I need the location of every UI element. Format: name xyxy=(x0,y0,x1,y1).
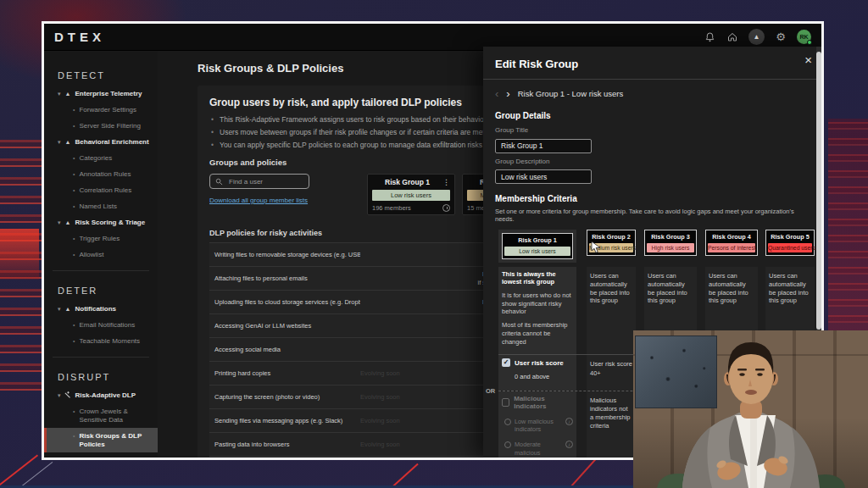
group-2-description: Users can automatically be placed into t… xyxy=(587,267,636,354)
bullet-icon: • xyxy=(73,202,75,210)
bullet-icon: • xyxy=(73,337,75,345)
risk-badge: Low risk users xyxy=(504,247,570,256)
membership-criteria-heading: Membership Criteria xyxy=(483,184,822,205)
group-1-description: This is always the lowest risk group It … xyxy=(498,267,576,354)
risk-group-1-card[interactable]: Risk Group 1 ⋮ Low risk users 196 member… xyxy=(367,174,455,215)
risk-badge: Quarantined users xyxy=(768,243,812,252)
sidebar: DETECT ▾ ▲ Enterprise Telemetry • Forwar… xyxy=(44,52,158,458)
caret-down-icon: ▾ xyxy=(58,219,61,226)
modal-scrollbar-thumb[interactable] xyxy=(816,52,821,330)
activity-label: Sending files via messaging apps (e.g. S… xyxy=(209,417,360,424)
group-details-heading: Group Details xyxy=(483,101,822,122)
presenter-person xyxy=(633,330,868,488)
search-input[interactable] xyxy=(227,177,295,186)
history-icon[interactable] xyxy=(442,204,450,212)
sidebar-item-forwarder-settings[interactable]: • Forwarder Settings xyxy=(44,102,158,118)
activity-note: Evolving soon xyxy=(360,441,452,448)
low-malicious-option[interactable]: Low malicious indicators i xyxy=(504,418,573,433)
sidebar-item-behavioral-enrichment[interactable]: ▾ ▲ Behavioral Enrichment xyxy=(44,134,158,150)
risk-badge: Persons of interest xyxy=(708,243,755,252)
telemetry-icon: ▲ xyxy=(64,91,72,97)
caret-down-icon: ▾ xyxy=(58,306,61,313)
sidebar-item-notifications[interactable]: ▾ ▲ Notifications xyxy=(44,301,158,317)
sidebar-item-risk-scoring-triage[interactable]: ▾ ▲ Risk Scoring & Triage xyxy=(44,214,158,230)
activity-note: Evolving soon xyxy=(360,369,452,377)
close-icon[interactable]: × xyxy=(804,53,812,66)
alerts-icon[interactable]: ▲ xyxy=(748,29,765,45)
sidebar-divider xyxy=(53,270,149,271)
moderate-malicious-option[interactable]: Moderate malicious indicators i xyxy=(504,441,573,460)
group-description-label: Group Description xyxy=(495,158,810,165)
bullet-icon: • xyxy=(73,251,75,258)
chevron-right-icon[interactable]: › xyxy=(506,88,509,99)
bullet-icon: • xyxy=(73,170,75,178)
bell-icon[interactable] xyxy=(703,30,716,44)
avatar-initials: RK xyxy=(799,34,808,40)
download-member-lists-link[interactable]: Download all group member lists xyxy=(209,197,308,204)
enrichment-icon: ▲ xyxy=(64,139,72,145)
group-description-input[interactable] xyxy=(495,169,592,184)
activity-label: Printing hard copies xyxy=(209,369,360,377)
bullet-icon: • xyxy=(73,321,75,329)
sidebar-item-enterprise-telemetry[interactable]: ▾ ▲ Enterprise Telemetry xyxy=(44,86,158,102)
group-2-malicious-note: Malicious indicators not a membership cr… xyxy=(587,391,636,460)
home-icon[interactable] xyxy=(726,30,739,44)
sidebar-item-teachable-moments[interactable]: • Teachable Moments xyxy=(44,333,158,349)
glitch-art-left-bright xyxy=(0,229,39,280)
risk-badge: Low risk users xyxy=(372,190,450,201)
sidebar-section-detect: DETECT xyxy=(44,64,158,86)
avatar[interactable]: RK xyxy=(797,30,811,44)
sidebar-item-annotation-rules[interactable]: • Annotation Rules xyxy=(44,166,158,182)
bullet-icon: • xyxy=(73,186,75,194)
bullet-icon: • xyxy=(73,432,75,440)
group-title-input[interactable] xyxy=(495,139,592,153)
card-title: Risk Group 1 xyxy=(372,178,442,186)
member-count: 196 members xyxy=(372,204,411,212)
sidebar-item-trigger-rules[interactable]: • Trigger Rules xyxy=(44,230,158,247)
activity-label: Accessing GenAI or LLM websites xyxy=(209,322,360,330)
warning-triangle-icon: ▲ xyxy=(64,306,72,312)
or-label: OR xyxy=(486,387,497,395)
kebab-menu-icon[interactable]: ⋮ xyxy=(442,178,450,186)
bullet-icon: • xyxy=(73,408,75,415)
sidebar-item-named-lists[interactable]: • Named Lists xyxy=(44,198,158,214)
activity-note: Evolving soon xyxy=(360,417,452,424)
sidebar-item-email-notifications[interactable]: • Email Notifications xyxy=(44,317,158,333)
sidebar-item-server-side-filtering[interactable]: • Server Side Filtering xyxy=(44,118,158,134)
risk-group-3-column-header[interactable]: Risk Group 3 High risk users xyxy=(644,230,697,263)
radio-icon[interactable] xyxy=(504,419,511,425)
info-icon[interactable]: i xyxy=(565,441,573,448)
sidebar-item-risk-groups-dlp-policies[interactable]: • Risk Groups & DLP Policies xyxy=(44,428,158,452)
sidebar-item-crown-jewels[interactable]: • Crown Jewels & Sensitive Data xyxy=(44,403,158,428)
activity-label: Pasting data into browsers xyxy=(209,441,360,448)
user-risk-score-label: User risk score xyxy=(515,359,564,367)
sidebar-item-categories[interactable]: • Categories xyxy=(44,150,158,166)
info-icon[interactable]: i xyxy=(565,418,573,425)
membership-criteria-description: Set one or more criteria for group membe… xyxy=(483,205,822,230)
sidebar-item-allowlist[interactable]: • Allowlist xyxy=(44,247,158,263)
sidebar-section-deter: DETER xyxy=(44,279,158,301)
activity-label: Writing files to removable storage devic… xyxy=(209,251,360,258)
triangle-glyph: ▲ xyxy=(754,33,760,41)
find-user-search[interactable] xyxy=(209,174,309,189)
gear-icon[interactable]: ⚙ xyxy=(774,30,787,44)
risk-group-4-column-header[interactable]: Risk Group 4 Persons of interest xyxy=(705,230,758,263)
malicious-indicators-checkbox[interactable] xyxy=(502,398,509,407)
radio-icon[interactable] xyxy=(504,441,511,448)
risk-group-5-column-header[interactable]: Risk Group 5 Quarantined users xyxy=(765,230,815,263)
bullet-icon: • xyxy=(73,235,75,242)
online-status-dot xyxy=(807,40,812,45)
sidebar-item-risk-adaptive-dlp[interactable]: ▾ Risk-Adaptive DLP xyxy=(44,387,158,403)
sidebar-item-correlation-rules[interactable]: • Correlation Rules xyxy=(44,182,158,198)
user-risk-score-checkbox[interactable]: ✓ xyxy=(502,358,510,367)
risk-score-value: 0 and above xyxy=(515,373,573,380)
activity-label: Attaching files to personal emails xyxy=(209,274,360,282)
risk-group-1-column-header[interactable]: Risk Group 1 Low risk users xyxy=(498,230,576,263)
malicious-indicators-label: Malicious Indicators xyxy=(514,395,573,410)
activity-note: Evolving soon xyxy=(360,393,452,401)
activity-label: Uploading files to cloud storage service… xyxy=(209,298,360,306)
chevron-left-icon[interactable]: ‹ xyxy=(495,88,498,99)
caret-down-icon: ▾ xyxy=(58,91,61,97)
presenter-video xyxy=(633,330,868,488)
activity-label: Capturing the screen (photo or video) xyxy=(209,393,360,401)
